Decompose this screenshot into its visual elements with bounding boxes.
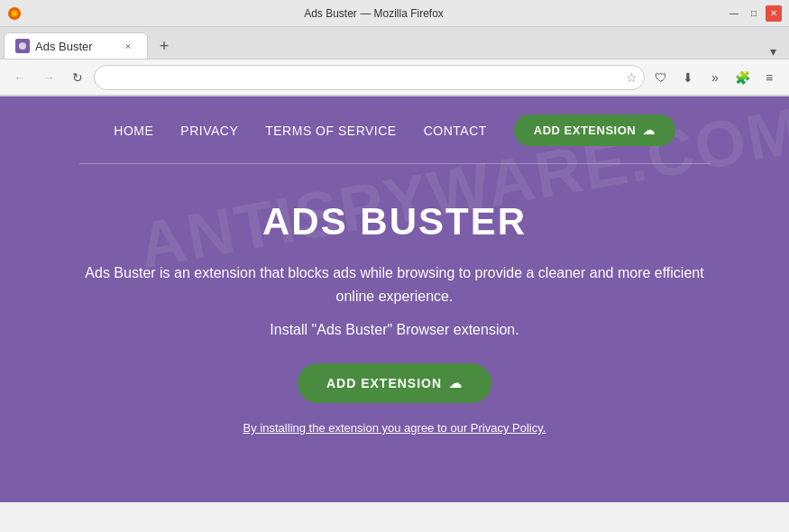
title-bar: Ads Buster — Mozilla Firefox — □ ✕ — [0, 0, 789, 27]
minimize-button[interactable]: — — [726, 5, 742, 22]
nav-privacy[interactable]: PRIVACY — [180, 124, 238, 138]
nav-contact[interactable]: CONTACT — [424, 124, 487, 138]
tab-favicon — [15, 39, 30, 53]
url-bar-container: ☆ — [94, 65, 645, 90]
firefox-icon — [7, 6, 22, 21]
tab-dropdown-button[interactable]: ▾ — [760, 44, 785, 59]
forward-button[interactable]: → — [36, 65, 61, 90]
site-nav: HOME PRIVACY TERMS OF SERVICE CONTACT AD… — [0, 96, 789, 164]
download-button[interactable]: ⬇ — [675, 65, 701, 90]
window-controls: — □ ✕ — [726, 5, 782, 22]
tab-close-button[interactable]: × — [120, 38, 136, 54]
window-title: Ads Buster — Mozilla Firefox — [22, 7, 726, 20]
more-tools-button[interactable]: » — [702, 65, 728, 90]
tab-label: Ads Buster — [35, 40, 115, 53]
nav-terms[interactable]: TERMS OF SERVICE — [265, 124, 396, 138]
nav-icons: 🛡 ⬇ » 🧩 ≡ — [648, 65, 782, 90]
bookmark-star-icon[interactable]: ☆ — [626, 70, 638, 85]
site-content: ANTISPYWARE.COM HOME PRIVACY TERMS OF SE… — [0, 96, 789, 502]
hero-title: ADS BUSTER — [262, 200, 527, 243]
hero-cloud-icon: ☁ — [449, 376, 463, 390]
hero-description: Ads Buster is an extension that blocks a… — [79, 261, 711, 307]
nav-add-extension-button[interactable]: ADD EXTENSION ☁ — [514, 115, 675, 146]
close-button[interactable]: ✕ — [766, 5, 782, 22]
browser-tab[interactable]: Ads Buster × — [4, 32, 148, 59]
hero-install-text: Install "Ads Buster" Browser extension. — [270, 322, 518, 338]
hero-add-extension-button[interactable]: ADD EXTENSION ☁ — [298, 363, 491, 403]
back-button[interactable]: ← — [7, 65, 32, 90]
hero-section: ADS BUSTER Ads Buster is an extension th… — [0, 164, 789, 462]
nav-cloud-icon: ☁ — [643, 124, 656, 137]
svg-point-3 — [19, 42, 26, 50]
svg-point-2 — [13, 12, 16, 15]
privacy-policy-link[interactable]: By installing the extension you agree to… — [243, 421, 546, 435]
nav-add-ext-label: ADD EXTENSION — [534, 124, 636, 137]
extensions-button[interactable]: 🧩 — [729, 65, 755, 90]
menu-button[interactable]: ≡ — [757, 65, 782, 90]
new-tab-button[interactable]: + — [151, 33, 177, 59]
hero-add-ext-label: ADD EXTENSION — [326, 376, 442, 390]
url-input[interactable] — [94, 65, 645, 90]
pocket-button[interactable]: 🛡 — [648, 65, 674, 90]
reload-button[interactable]: ↻ — [65, 65, 90, 90]
nav-bar: ← → ↻ ☆ 🛡 ⬇ » 🧩 ≡ — [0, 60, 789, 96]
nav-home[interactable]: HOME — [114, 124, 153, 138]
tab-bar-spacer — [177, 32, 760, 59]
tab-bar: Ads Buster × + ▾ — [0, 27, 789, 60]
maximize-button[interactable]: □ — [746, 5, 762, 22]
